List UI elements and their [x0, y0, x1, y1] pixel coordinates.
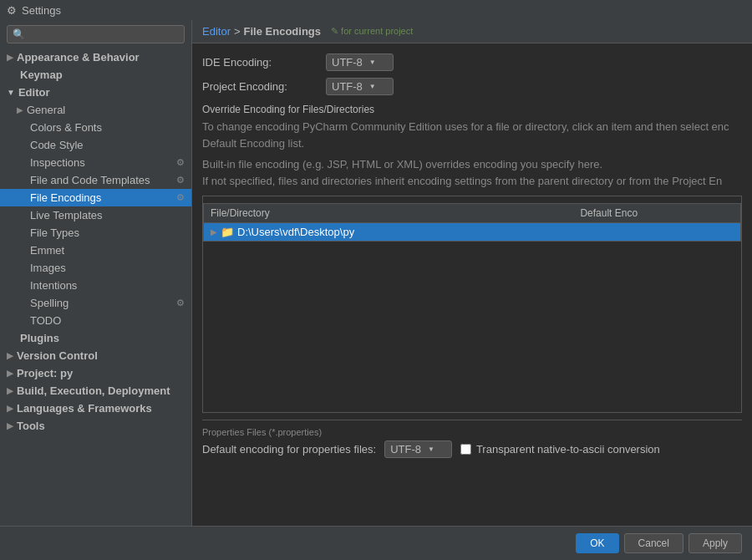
project-encoding-row: Project Encoding: UTF-8: [202, 78, 742, 95]
sidebar-label: Colors & Fonts: [30, 121, 102, 134]
sidebar-label: Keymap: [20, 69, 63, 81]
sidebar-item-emmet[interactable]: Emmet: [0, 242, 191, 259]
arrow-icon: ▶: [17, 105, 23, 115]
search-input[interactable]: [28, 28, 179, 40]
properties-section: Properties Files (*.properties) Default …: [202, 420, 742, 458]
desc-line-3: Built-in file encoding (e.g. JSP, HTML o…: [202, 156, 742, 173]
properties-row: Default encoding for properties files: U…: [202, 440, 742, 458]
arrow-icon: ▶: [7, 421, 13, 430]
project-encoding-dropdown[interactable]: UTF-8: [326, 78, 394, 95]
sidebar-item-inspections[interactable]: Inspections⚙: [0, 154, 191, 171]
file-path-text: D:\Users\vdf\Desktop\py: [237, 226, 354, 238]
col-file-directory: File/Directory: [204, 204, 574, 223]
title-bar: ⚙ Settings: [0, 0, 752, 20]
arrow-icon: ▼: [7, 88, 15, 97]
folder-icon: 📁: [221, 226, 234, 238]
sidebar-item-todo[interactable]: TODO: [0, 312, 191, 329]
settings-icon-small: ⚙: [176, 175, 185, 186]
sidebar-item-colors-fonts[interactable]: Colors & Fonts: [0, 119, 191, 136]
sidebar-item-project-py[interactable]: ▶Project: py: [0, 364, 191, 382]
sidebar-label: Code Style: [30, 139, 84, 151]
sidebar-item-version-control[interactable]: ▶Version Control: [0, 347, 191, 364]
sidebar-item-appearance[interactable]: ▶Appearance & Behavior: [0, 48, 191, 66]
sidebar-label: Emmet: [30, 244, 64, 257]
breadcrumb-separator: >: [234, 25, 241, 38]
arrow-icon: ▶: [7, 369, 13, 378]
sidebar-label: File Types: [30, 227, 79, 239]
sidebar-item-keymap[interactable]: Keymap: [0, 66, 191, 84]
ide-encoding-dropdown[interactable]: UTF-8: [326, 53, 394, 71]
description-block-2: Built-in file encoding (e.g. JSP, HTML o…: [202, 156, 742, 189]
sidebar-label: Spelling: [30, 297, 69, 309]
breadcrumb-project-note: ✎ for current project: [331, 26, 413, 37]
sidebar-label: Build, Execution, Deployment: [17, 384, 170, 397]
sidebar-label: Inspections: [30, 156, 85, 169]
sidebar-label: Intentions: [30, 279, 77, 292]
sidebar-label: Live Templates: [30, 209, 102, 221]
arrow-icon: ▶: [7, 386, 13, 395]
ide-encoding-label: IDE Encoding:: [202, 56, 319, 69]
settings-icon-small: ⚙: [176, 298, 185, 308]
sidebar-item-file-encodings[interactable]: File Encodings⚙: [0, 189, 191, 206]
sidebar-label: Project: py: [17, 367, 73, 379]
title-text: Settings: [22, 4, 61, 17]
sidebar-item-tools[interactable]: ▶Tools: [0, 417, 191, 435]
arrow-icon: ▶: [7, 351, 13, 360]
content-area: Editor > File Encodings ✎ for current pr…: [192, 20, 752, 526]
file-path-cell: ▶ 📁 D:\Users\vdf\Desktop\py: [204, 223, 574, 242]
sidebar-label: Editor: [18, 86, 50, 99]
desc-line-1: To change encoding PyCharm Community Edi…: [202, 119, 742, 135]
arrow-icon: ▶: [7, 404, 13, 413]
breadcrumb-parent[interactable]: Editor: [202, 25, 231, 38]
transparent-checkbox-row: Transparent native-to-ascii conversion: [460, 443, 660, 456]
sidebar-label: File and Code Templates: [30, 174, 150, 186]
sidebar-label: File Encodings: [30, 191, 101, 204]
sidebar-item-images[interactable]: Images: [0, 259, 191, 277]
sidebar-label: Appearance & Behavior: [17, 51, 140, 64]
row-arrow-icon: ▶: [211, 227, 217, 237]
sidebar-item-general[interactable]: ▶General: [0, 101, 191, 119]
table-row[interactable]: ▶ 📁 D:\Users\vdf\Desktop\py: [204, 223, 741, 242]
properties-encoding-value: UTF-8: [390, 443, 421, 456]
sidebar-item-plugins[interactable]: Plugins: [0, 329, 191, 347]
sidebar-label: Version Control: [17, 349, 98, 362]
sidebar-label: Tools: [17, 420, 45, 432]
settings-icon: ⚙: [7, 4, 17, 17]
transparent-checkbox[interactable]: [460, 444, 471, 455]
sidebar-label: General: [27, 104, 65, 116]
desc-line-4: If not specified, files and directories …: [202, 173, 742, 190]
encoding-cell: [573, 223, 740, 242]
project-encoding-value: UTF-8: [332, 80, 363, 93]
sidebar-label: Languages & Frameworks: [17, 402, 152, 415]
project-encoding-label: Project Encoding:: [202, 80, 319, 93]
file-directory-table: File/Directory Default Enco ▶ 📁 D:\Users…: [203, 203, 741, 242]
sidebar: 🔍 ▶Appearance & BehaviorKeymap▼Editor▶Ge…: [0, 20, 192, 526]
bottom-bar: OK Cancel Apply: [0, 526, 752, 560]
settings-icon-small: ⚙: [176, 192, 185, 203]
sidebar-item-file-types[interactable]: File Types: [0, 224, 191, 242]
sidebar-item-editor[interactable]: ▼Editor: [0, 84, 191, 101]
search-box[interactable]: 🔍: [7, 25, 185, 43]
apply-button[interactable]: Apply: [688, 533, 742, 553]
transparent-label: Transparent native-to-ascii conversion: [476, 443, 660, 456]
sidebar-label: Plugins: [20, 332, 59, 344]
properties-encoding-dropdown[interactable]: UTF-8: [384, 440, 452, 458]
sidebar-item-code-style[interactable]: Code Style: [0, 136, 191, 154]
ide-encoding-row: IDE Encoding: UTF-8: [202, 53, 742, 71]
sidebar-item-languages-frameworks[interactable]: ▶Languages & Frameworks: [0, 400, 191, 417]
sidebar-label: Images: [30, 262, 66, 274]
sidebar-item-intentions[interactable]: Intentions: [0, 277, 191, 294]
main-content: IDE Encoding: UTF-8 Project Encoding: UT…: [192, 43, 752, 526]
sidebar-item-spelling[interactable]: Spelling⚙: [0, 294, 191, 312]
sidebar-item-file-code-templates[interactable]: File and Code Templates⚙: [0, 171, 191, 189]
sidebar-label: TODO: [30, 314, 61, 327]
default-encoding-label: Default encoding for properties files:: [202, 443, 376, 456]
override-section-title: Override Encoding for Files/Directories: [202, 104, 742, 115]
ok-button[interactable]: OK: [576, 533, 618, 553]
description-block: To change encoding PyCharm Community Edi…: [202, 119, 742, 151]
col-default-encoding: Default Enco: [573, 204, 740, 223]
sidebar-item-live-templates[interactable]: Live Templates: [0, 206, 191, 224]
sidebar-item-build-execution[interactable]: ▶Build, Execution, Deployment: [0, 382, 191, 400]
cancel-button[interactable]: Cancel: [624, 533, 683, 553]
file-table-container[interactable]: File/Directory Default Enco ▶ 📁 D:\Users…: [202, 196, 742, 413]
